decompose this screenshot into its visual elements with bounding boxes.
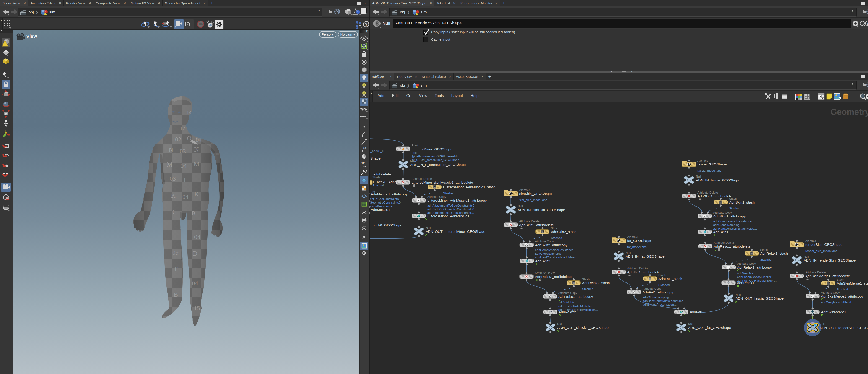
svg-text:adnPushInRatioMultiplier: adnPushInRatioMultiplier [737,275,772,279]
svg-text:AdnSkin2_attribcopy: AdnSkin2_attribcopy [535,243,567,247]
svg-text:N: N [194,146,199,153]
svg-text:@path=/muscles_GRP/L_teresMin: @path=/muscles_GRP/L_teresMin [412,154,459,158]
svg-text:03: 03 [169,175,176,182]
svg-text:not:: not: [412,151,417,154]
svg-text:AdnRelax2: AdnRelax2 [559,310,576,314]
svg-text:Null: Null [410,159,415,163]
svg-text:12: 12 [180,125,185,131]
svg-text:Alembic: Alembic [698,159,708,162]
svg-text:Alembic: Alembic [805,239,816,242]
svg-text:Stash: Stash [760,248,768,252]
svg-text:L_teresMinor_AdnMuscle1: L_teresMinor_AdnMuscle1 [427,214,469,218]
svg-text:AdnSkin1_attribcopy: AdnSkin1_attribcopy [713,214,746,218]
svg-text:Attribute Delete: Attribute Delete [627,267,648,270]
svg-text:AdnRelax2_stash: AdnRelax2_stash [582,281,610,285]
svg-text:14: 14 [186,110,191,115]
svg-text:Attribute Copy: Attribute Copy [643,287,661,290]
svg-text:Attribute Delete: Attribute Delete [714,241,734,244]
svg-text:Null: Null [518,204,523,208]
svg-text:15: 15 [194,305,200,312]
svg-text:AdnFat1_attribcopy: AdnFat1_attribcopy [643,290,673,294]
svg-text:Null: Null [736,293,741,296]
svg-text:AdnRelax1: AdnRelax1 [737,281,754,285]
svg-text:Stashed: Stashed [837,288,848,291]
svg-text:Attribute Delete: Attribute Delete [698,191,718,194]
svg-text:render_skin_model.abc: render_skin_model.abc [805,249,837,253]
svg-text:Stash: Stash [658,274,666,277]
svg-text:Stashed: Stashed [658,283,670,287]
svg-text:AdnSkin1_stash: AdnSkin1_stash [729,200,755,204]
svg-text:Null: Null [557,322,562,326]
svg-text:K: K [194,191,199,198]
svg-text:AdnFat1_stash: AdnFat1_stash [658,277,682,281]
svg-text:?: ? [365,22,368,27]
svg-text:adnWeights: adnWeights [737,271,753,275]
svg-text:Attribute Delete: Attribute Delete [535,271,555,275]
svg-text:G: G [173,208,177,215]
svg-text:04: 04 [194,234,200,240]
svg-text:Stashed: Stashed [760,258,772,261]
svg-text:simSkin_GEOShape: simSkin_GEOShape [519,192,552,196]
svg-text:AdnRelax2_attribdelete: AdnRelax2_attribdelete [535,275,571,279]
svg-text:fascia_model.abc: fascia_model.abc [698,169,721,172]
svg-text:_neck8_GEOShape: _neck8_GEOShape [371,223,402,227]
svg-text:Attribute Copy: Attribute Copy [427,195,446,199]
svg-text:Null: Null [804,255,809,258]
svg-text:adnSlideOnGeometryConstraints0: adnSlideOnGeometryConstraints0 [427,207,474,211]
svg-text:adnHardConstraints adnMass: adnHardConstraints adnMass [643,299,683,303]
svg-text:Stash: Stash [443,182,451,185]
svg-text:adnCompressionResistance: adnCompressionResistance [713,220,752,223]
svg-text:adnPushInRatioMultiplier: adnPushInRatioMultiplier [558,305,593,308]
svg-text:Stash: Stash [837,278,844,281]
svg-text:GeometryConstraints0: GeometryConstraints0 [370,201,401,204]
svg-text:ADN_OUT_simSkin_GEOShape: ADN_OUT_simSkin_GEOShape [557,326,609,329]
svg-text:AdnSkin2_stash: AdnSkin2_stash [551,230,577,234]
svg-text:B: B [174,291,178,298]
svg-text:E: E [175,266,179,272]
svg-text:adnGlobalDamping: adnGlobalDamping [535,252,562,255]
svg-text:Null: Null [426,226,431,230]
svg-text:fascia_GEOShape: fascia_GEOShape [698,162,726,166]
svg-text:L_neck8_AdnMus: L_neck8_AdnMus [373,180,401,184]
svg-text:Stashed: Stashed [551,236,562,239]
svg-text:04: 04 [192,280,198,287]
svg-text:Geometry: Geometry [830,107,868,117]
svg-text:AdnSkin2: AdnSkin2 [535,259,550,263]
svg-text:ssionResistance…: ssionResistance… [370,204,395,208]
svg-text:Attribute Copy: Attribute Copy [558,291,577,295]
svg-text:02: 02 [175,136,181,143]
svg-text:Attribute Copy: Attribute Copy [821,291,840,294]
svg-text:AdnSkin1: AdnSkin1 [713,230,728,234]
svg-text:Null: Null [688,322,693,326]
svg-text:12: 12 [361,162,365,165]
svg-text:AdnRelax1_attribdelete: AdnRelax1_attribdelete [714,244,750,248]
svg-text:Stash: Stash [582,278,590,281]
svg-text:AdnMuscle1: AdnMuscle1 [371,208,390,211]
svg-text:ADN_IN_fat_GEOShape: ADN_IN_fat_GEOShape [626,254,664,258]
svg-text:Stash: Stash [729,197,737,200]
svg-text:AdnRelax1_attribcopy: AdnRelax1_attribcopy [737,265,772,269]
svg-text:adnShapePreservation…: adnShapePreservation… [643,303,677,306]
svg-text:fat_model.abc: fat_model.abc [627,245,647,249]
svg-text:AdnMuscle1_attribcopy: AdnMuscle1_attribcopy [371,192,407,196]
svg-text:AdnFat1_attribdelete: AdnFat1_attribdelete [627,270,660,274]
svg-text:B: B [191,210,196,217]
svg-text:ADN_IN_renderSkin_GEOShape: ADN_IN_renderSkin_GEOShape [804,258,856,262]
svg-text:fat_GEOShape: fat_GEOShape [627,239,651,242]
svg-text:G: G [180,225,185,232]
svg-text:12: 12 [363,146,366,149]
svg-text:AdnSkinMerge1_attribcopy: AdnSkinMerge1_attribcopy [821,294,863,298]
svg-text:adnCompressionResistance: adnCompressionResistance [535,248,574,252]
svg-text:Attribute Copy: Attribute Copy [713,211,732,214]
svg-text:sim_skin_model.abc: sim_skin_model.abc [519,198,548,202]
svg-text:Stashed: Stashed [582,287,593,291]
svg-text:adnAttachmentToGeoConstraints0: adnAttachmentToGeoConstraints0 [427,204,474,207]
svg-text:AdnSkin2_attribdelete: AdnSkin2_attribdelete [519,223,554,227]
svg-text:Blast: Blast [412,144,418,147]
svg-text:Attribute Delete: Attribute Delete [805,270,826,274]
svg-text:ADN_OUT_fascia_GEOShape: ADN_OUT_fascia_GEOShape [736,296,784,300]
svg-text:L_teresMinor_AdnMuscle1_stash: L_teresMinor_AdnMuscle1_stash [443,185,496,189]
svg-text:AdnSkinMerge1: AdnSkinMerge1 [821,310,846,314]
svg-text:ADN_IN_fascia_GEOShape: ADN_IN_fascia_GEOShape [696,178,740,182]
svg-text:AdnRelax1_stash: AdnRelax1_stash [760,252,788,255]
